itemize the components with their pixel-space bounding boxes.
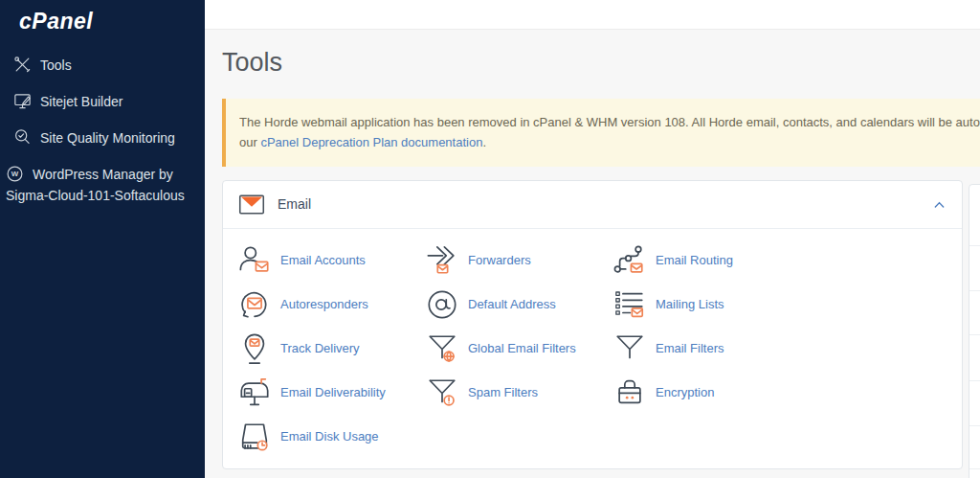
notice-text-line1: The Horde webmail application has been r… xyxy=(239,112,980,132)
email-tool-default-address[interactable]: Default Address xyxy=(426,288,613,321)
sidebar-item-label: WordPress Manager by Sigma-Cloud-101-Sof… xyxy=(6,167,185,203)
sidebar-nav: Tools Sitejet Builder Site Quality Monit… xyxy=(0,47,205,214)
email-section-title: Email xyxy=(278,196,311,212)
right-panel-divider xyxy=(969,468,980,469)
email-tool-encryption[interactable]: Encryption xyxy=(613,376,947,409)
email-tools-grid: Email Accounts Forwarders Email Routing … xyxy=(223,229,962,468)
global-email-filters-icon xyxy=(426,332,458,365)
email-tool-mailing-lists[interactable]: Mailing Lists xyxy=(613,288,947,321)
tool-label: Email Filters xyxy=(656,341,724,355)
tool-label: Encryption xyxy=(656,385,714,399)
email-section-header[interactable]: Email xyxy=(223,181,962,229)
track-delivery-icon xyxy=(238,332,271,365)
forwarders-icon xyxy=(426,244,458,277)
cpanel-logo[interactable]: cPanel xyxy=(0,0,205,34)
right-panel-divider xyxy=(969,380,980,381)
encryption-icon xyxy=(613,376,646,409)
email-tool-email-deliverability[interactable]: Email Deliverability xyxy=(238,376,426,409)
email-routing-icon xyxy=(613,244,646,277)
deprecation-notice: The Horde webmail application has been r… xyxy=(222,99,980,167)
email-tool-forwarders[interactable]: Forwarders xyxy=(426,244,613,277)
notice-text-suffix: . xyxy=(482,135,486,149)
sidebar-item-label: Tools xyxy=(40,57,72,73)
tool-label: Forwarders xyxy=(468,253,531,267)
wordpress-icon: W xyxy=(6,165,24,183)
notice-text-prefix: our xyxy=(239,135,260,149)
sidebar: cPanel Tools Sitejet Builder Site Qualit… xyxy=(0,0,205,478)
right-panel-divider xyxy=(969,245,980,246)
tool-label: Spam Filters xyxy=(468,385,538,399)
right-edge-panel xyxy=(969,184,980,478)
right-panel-divider xyxy=(969,334,980,335)
default-address-icon xyxy=(426,288,458,321)
svg-text:W: W xyxy=(11,170,19,178)
content-area: Tools The Horde webmail application has … xyxy=(205,30,980,478)
chevron-up-icon[interactable] xyxy=(932,197,947,212)
main-area: Tools The Horde webmail application has … xyxy=(205,0,980,478)
tool-label: Email Deliverability xyxy=(280,385,386,399)
notice-text-line2: our cPanel Deprecation Plan documentatio… xyxy=(239,132,980,152)
email-disk-usage-icon xyxy=(238,421,271,453)
email-section-card: Email Email Accounts Forwarders Email Ro… xyxy=(222,180,963,469)
tool-label: Global Email Filters xyxy=(468,341,576,355)
email-accounts-icon xyxy=(238,244,271,277)
sidebar-item-wordpress[interactable]: WWordPress Manager by Sigma-Cloud-101-So… xyxy=(0,156,205,214)
tool-label: Autoresponders xyxy=(280,297,368,311)
page-title: Tools xyxy=(222,30,980,79)
email-tool-email-routing[interactable]: Email Routing xyxy=(613,244,947,277)
top-bar xyxy=(205,0,980,30)
tool-label: Mailing Lists xyxy=(656,297,724,311)
sidebar-item-tools[interactable]: Tools xyxy=(0,47,205,83)
sidebar-item-label: Site Quality Monitoring xyxy=(40,130,175,146)
tool-label: Email Accounts xyxy=(280,253,366,267)
email-tool-email-disk-usage[interactable]: Email Disk Usage xyxy=(238,421,426,453)
email-deliverability-icon xyxy=(238,376,271,409)
tool-label: Email Routing xyxy=(656,253,733,267)
sitejet-icon xyxy=(13,92,32,110)
spam-filters-icon xyxy=(426,376,458,409)
mailing-lists-icon xyxy=(613,288,646,321)
tools-icon xyxy=(13,56,32,74)
email-tool-track-delivery[interactable]: Track Delivery xyxy=(238,332,426,365)
email-tool-global-email-filters[interactable]: Global Email Filters xyxy=(426,332,613,365)
email-envelope-icon xyxy=(238,193,265,216)
sidebar-item-label: Sitejet Builder xyxy=(40,94,122,109)
right-panel-divider xyxy=(969,425,980,426)
autoresponders-icon xyxy=(238,288,271,321)
site-quality-icon xyxy=(13,128,32,147)
email-filters-icon xyxy=(613,332,646,365)
email-tool-email-filters[interactable]: Email Filters xyxy=(613,332,947,365)
email-tool-email-accounts[interactable]: Email Accounts xyxy=(238,244,426,277)
email-tool-autoresponders[interactable]: Autoresponders xyxy=(238,288,426,321)
tool-label: Default Address xyxy=(468,297,556,311)
right-panel-divider xyxy=(969,290,980,291)
deprecation-plan-link[interactable]: cPanel Deprecation Plan documentation xyxy=(260,135,482,149)
email-tool-spam-filters[interactable]: Spam Filters xyxy=(426,376,613,409)
sidebar-item-sitejet[interactable]: Sitejet Builder xyxy=(0,83,205,120)
tool-label: Email Disk Usage xyxy=(280,429,379,444)
sidebar-item-site-quality[interactable]: Site Quality Monitoring xyxy=(0,120,205,156)
tool-label: Track Delivery xyxy=(280,341,360,355)
